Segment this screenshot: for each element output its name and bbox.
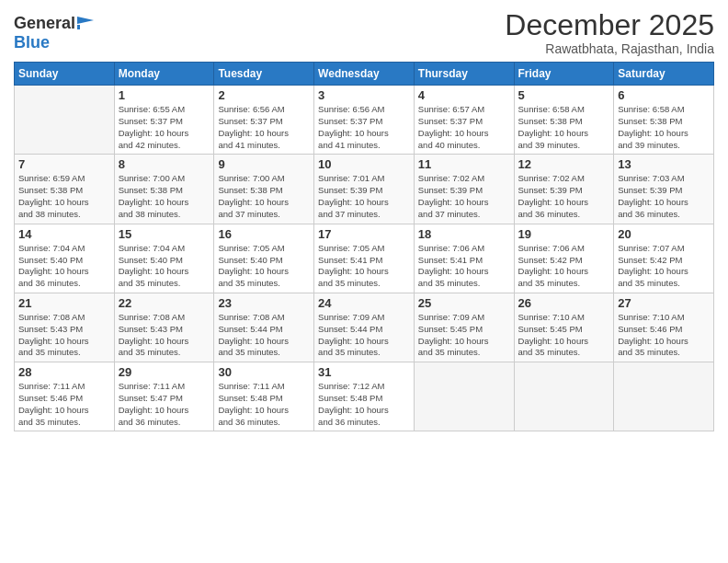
calendar-cell: 25Sunrise: 7:09 AM Sunset: 5:45 PM Dayli… bbox=[414, 293, 514, 362]
location-title: Rawatbhata, Rajasthan, India bbox=[505, 41, 714, 56]
calendar-cell: 18Sunrise: 7:06 AM Sunset: 5:41 PM Dayli… bbox=[414, 224, 514, 293]
day-number: 14 bbox=[18, 227, 110, 241]
calendar-week-row: 1Sunrise: 6:55 AM Sunset: 5:37 PM Daylig… bbox=[15, 86, 714, 155]
calendar-header-saturday: Saturday bbox=[614, 63, 714, 86]
day-number: 13 bbox=[618, 157, 710, 171]
calendar-cell bbox=[414, 362, 514, 431]
day-number: 17 bbox=[318, 227, 410, 241]
calendar-cell: 21Sunrise: 7:08 AM Sunset: 5:43 PM Dayli… bbox=[15, 293, 115, 362]
day-number: 11 bbox=[418, 157, 510, 171]
calendar-cell: 11Sunrise: 7:02 AM Sunset: 5:39 PM Dayli… bbox=[414, 155, 514, 224]
day-number: 10 bbox=[318, 157, 410, 171]
calendar-cell: 7Sunrise: 6:59 AM Sunset: 5:38 PM Daylig… bbox=[15, 155, 115, 224]
calendar-table: SundayMondayTuesdayWednesdayThursdayFrid… bbox=[14, 62, 714, 431]
calendar-header-thursday: Thursday bbox=[414, 63, 514, 86]
calendar-cell: 19Sunrise: 7:06 AM Sunset: 5:42 PM Dayli… bbox=[514, 224, 614, 293]
calendar-cell: 14Sunrise: 7:04 AM Sunset: 5:40 PM Dayli… bbox=[15, 224, 115, 293]
logo: General Blue bbox=[14, 14, 94, 52]
calendar-cell: 29Sunrise: 7:11 AM Sunset: 5:47 PM Dayli… bbox=[114, 362, 214, 431]
calendar-week-row: 7Sunrise: 6:59 AM Sunset: 5:38 PM Daylig… bbox=[15, 155, 714, 224]
day-info: Sunrise: 6:56 AM Sunset: 5:37 PM Dayligh… bbox=[318, 104, 410, 151]
page: General Blue December 2025 Rawatbhata, R… bbox=[0, 0, 728, 563]
day-number: 18 bbox=[418, 227, 510, 241]
title-section: December 2025 Rawatbhata, Rajasthan, Ind… bbox=[505, 9, 714, 56]
calendar-header-monday: Monday bbox=[114, 63, 214, 86]
day-info: Sunrise: 7:12 AM Sunset: 5:48 PM Dayligh… bbox=[318, 381, 410, 428]
day-info: Sunrise: 7:04 AM Sunset: 5:40 PM Dayligh… bbox=[18, 243, 110, 290]
calendar-cell: 10Sunrise: 7:01 AM Sunset: 5:39 PM Dayli… bbox=[314, 155, 415, 224]
calendar-header-tuesday: Tuesday bbox=[214, 63, 314, 86]
day-info: Sunrise: 7:03 AM Sunset: 5:39 PM Dayligh… bbox=[618, 173, 710, 220]
calendar-week-row: 28Sunrise: 7:11 AM Sunset: 5:46 PM Dayli… bbox=[15, 362, 714, 431]
day-number: 29 bbox=[119, 365, 210, 379]
calendar-cell: 20Sunrise: 7:07 AM Sunset: 5:42 PM Dayli… bbox=[614, 224, 714, 293]
day-number: 1 bbox=[119, 88, 210, 102]
day-number: 25 bbox=[418, 296, 510, 310]
day-info: Sunrise: 7:05 AM Sunset: 5:40 PM Dayligh… bbox=[218, 243, 310, 290]
day-info: Sunrise: 7:02 AM Sunset: 5:39 PM Dayligh… bbox=[518, 173, 610, 220]
day-info: Sunrise: 7:01 AM Sunset: 5:39 PM Dayligh… bbox=[318, 173, 410, 220]
day-number: 22 bbox=[119, 296, 210, 310]
calendar-week-row: 14Sunrise: 7:04 AM Sunset: 5:40 PM Dayli… bbox=[15, 224, 714, 293]
calendar-cell: 28Sunrise: 7:11 AM Sunset: 5:46 PM Dayli… bbox=[15, 362, 115, 431]
day-info: Sunrise: 7:11 AM Sunset: 5:46 PM Dayligh… bbox=[18, 381, 110, 428]
calendar-cell: 8Sunrise: 7:00 AM Sunset: 5:38 PM Daylig… bbox=[114, 155, 214, 224]
day-number: 12 bbox=[518, 157, 610, 171]
day-info: Sunrise: 7:00 AM Sunset: 5:38 PM Dayligh… bbox=[119, 173, 210, 220]
day-info: Sunrise: 7:00 AM Sunset: 5:38 PM Dayligh… bbox=[218, 173, 310, 220]
day-info: Sunrise: 7:06 AM Sunset: 5:42 PM Dayligh… bbox=[518, 243, 610, 290]
calendar-cell: 1Sunrise: 6:55 AM Sunset: 5:37 PM Daylig… bbox=[114, 86, 214, 155]
day-number: 20 bbox=[618, 227, 710, 241]
calendar-cell: 6Sunrise: 6:58 AM Sunset: 5:38 PM Daylig… bbox=[614, 86, 714, 155]
calendar-cell: 31Sunrise: 7:12 AM Sunset: 5:48 PM Dayli… bbox=[314, 362, 415, 431]
day-info: Sunrise: 7:07 AM Sunset: 5:42 PM Dayligh… bbox=[618, 243, 710, 290]
calendar-cell: 2Sunrise: 6:56 AM Sunset: 5:37 PM Daylig… bbox=[214, 86, 314, 155]
calendar-cell: 4Sunrise: 6:57 AM Sunset: 5:37 PM Daylig… bbox=[414, 86, 514, 155]
calendar-cell: 9Sunrise: 7:00 AM Sunset: 5:38 PM Daylig… bbox=[214, 155, 314, 224]
calendar-cell: 22Sunrise: 7:08 AM Sunset: 5:43 PM Dayli… bbox=[114, 293, 214, 362]
calendar-cell: 15Sunrise: 7:04 AM Sunset: 5:40 PM Dayli… bbox=[114, 224, 214, 293]
logo-flag-icon bbox=[77, 17, 94, 29]
day-info: Sunrise: 6:58 AM Sunset: 5:38 PM Dayligh… bbox=[518, 104, 610, 151]
day-number: 5 bbox=[518, 88, 610, 102]
day-number: 3 bbox=[318, 88, 410, 102]
calendar-cell: 13Sunrise: 7:03 AM Sunset: 5:39 PM Dayli… bbox=[614, 155, 714, 224]
day-info: Sunrise: 6:59 AM Sunset: 5:38 PM Dayligh… bbox=[18, 173, 110, 220]
logo-blue-text: Blue bbox=[14, 33, 50, 52]
calendar-header-sunday: Sunday bbox=[15, 63, 115, 86]
day-number: 9 bbox=[218, 157, 310, 171]
day-number: 31 bbox=[318, 365, 410, 379]
day-info: Sunrise: 6:58 AM Sunset: 5:38 PM Dayligh… bbox=[618, 104, 710, 151]
header: General Blue December 2025 Rawatbhata, R… bbox=[14, 9, 714, 56]
day-number: 28 bbox=[18, 365, 110, 379]
day-number: 16 bbox=[218, 227, 310, 241]
day-info: Sunrise: 7:11 AM Sunset: 5:47 PM Dayligh… bbox=[119, 381, 210, 428]
day-number: 15 bbox=[119, 227, 210, 241]
day-info: Sunrise: 7:09 AM Sunset: 5:44 PM Dayligh… bbox=[318, 312, 410, 359]
day-number: 19 bbox=[518, 227, 610, 241]
day-number: 30 bbox=[218, 365, 310, 379]
day-number: 7 bbox=[18, 157, 110, 171]
day-info: Sunrise: 6:56 AM Sunset: 5:37 PM Dayligh… bbox=[218, 104, 310, 151]
calendar-cell bbox=[15, 86, 115, 155]
month-title: December 2025 bbox=[505, 9, 714, 41]
calendar-cell: 5Sunrise: 6:58 AM Sunset: 5:38 PM Daylig… bbox=[514, 86, 614, 155]
day-info: Sunrise: 6:57 AM Sunset: 5:37 PM Dayligh… bbox=[418, 104, 510, 151]
day-number: 23 bbox=[218, 296, 310, 310]
svg-marker-0 bbox=[77, 17, 94, 24]
calendar-cell: 30Sunrise: 7:11 AM Sunset: 5:48 PM Dayli… bbox=[214, 362, 314, 431]
day-info: Sunrise: 7:04 AM Sunset: 5:40 PM Dayligh… bbox=[119, 243, 210, 290]
day-info: Sunrise: 7:08 AM Sunset: 5:44 PM Dayligh… bbox=[218, 312, 310, 359]
logo-general-text: General bbox=[14, 14, 75, 33]
svg-rect-1 bbox=[77, 25, 80, 29]
day-info: Sunrise: 7:11 AM Sunset: 5:48 PM Dayligh… bbox=[218, 381, 310, 428]
day-number: 4 bbox=[418, 88, 510, 102]
day-number: 24 bbox=[318, 296, 410, 310]
day-number: 26 bbox=[518, 296, 610, 310]
calendar-header-wednesday: Wednesday bbox=[314, 63, 415, 86]
calendar-header-row: SundayMondayTuesdayWednesdayThursdayFrid… bbox=[15, 63, 714, 86]
day-info: Sunrise: 7:02 AM Sunset: 5:39 PM Dayligh… bbox=[418, 173, 510, 220]
day-number: 27 bbox=[618, 296, 710, 310]
day-info: Sunrise: 7:08 AM Sunset: 5:43 PM Dayligh… bbox=[119, 312, 210, 359]
calendar-header-friday: Friday bbox=[514, 63, 614, 86]
